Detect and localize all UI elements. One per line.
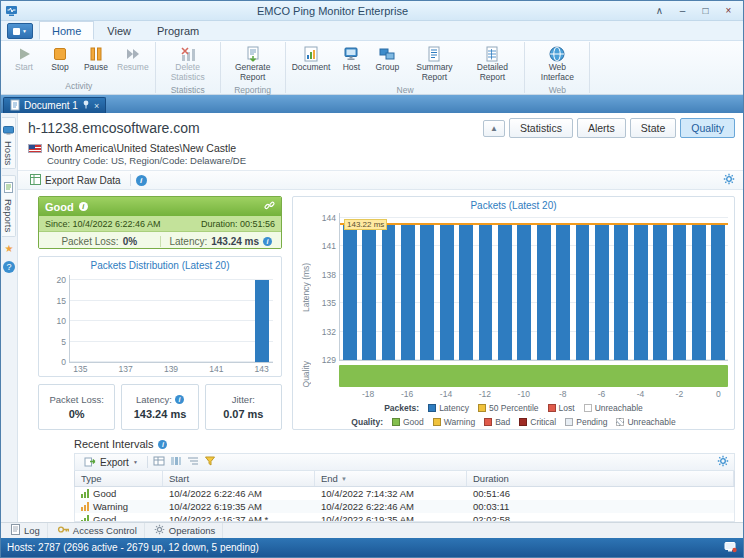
filter-icon[interactable] [204,455,216,469]
y-tick-label: 5 [44,337,66,346]
close-button[interactable]: × [718,3,739,18]
legend-swatch [616,418,624,426]
interval-duration-cell: 00:51:46 [467,488,734,499]
legend-item: Unreachable [616,417,675,427]
tab-view[interactable]: View [94,21,144,40]
quality-band [339,365,728,387]
legend-swatch [519,418,527,426]
pin-icon[interactable] [82,100,90,111]
favorites-star-icon[interactable]: ★ [5,243,14,255]
group-by-icon[interactable] [187,455,199,469]
tab-log[interactable]: Log [4,523,48,538]
legend-label: Unreachable [595,403,643,413]
toolbar-separator [130,174,131,186]
ribbon-collapse-icon[interactable]: ∧ [649,3,670,18]
connection-status-icon[interactable] [724,541,737,555]
summary-report-button[interactable]: Summary Report [405,43,463,84]
minimize-button[interactable]: – [672,3,693,18]
new-host-button[interactable]: Host [333,43,369,74]
gridline [70,300,273,301]
good-state-icon [81,489,89,498]
ribbon-group-reporting: Generate Report Reporting [221,42,286,93]
latency-bar [362,225,376,360]
maximize-button[interactable]: □ [695,3,716,18]
legend-item: Latency [428,403,469,413]
gear-icon[interactable] [723,171,735,189]
x-tick-label: -2 [676,389,684,399]
column-header-start[interactable]: Start [163,471,315,486]
column-header-duration[interactable]: Duration [467,471,734,486]
tab-close-icon[interactable]: × [94,101,99,111]
sidebar-tab-reports[interactable]: Reports [2,175,16,236]
app-window: EMCO Ping Monitor Enterprise ∧ – □ × ▼ H… [0,0,744,558]
state-summary-panel: Good i Since: 10/4/2022 6:22:46 AM Durat… [38,196,282,249]
host-document: h-11238.emcosoftware.com ▲ Statistics Al… [18,113,743,522]
column-header-type[interactable]: Type [75,471,163,486]
dropdown-icon: ▼ [133,459,138,465]
legend-item: Critical [519,417,556,427]
new-group-button[interactable]: Group [369,43,405,74]
start-button[interactable]: Start [6,43,42,74]
host-location: North America\United States\New Castle C… [18,140,743,171]
quality-button[interactable]: Quality [680,118,735,138]
host-icon [342,44,360,63]
info-icon[interactable]: i [136,175,147,186]
x-tick-label: -16 [401,389,413,399]
latency-bar [401,225,415,360]
legend-item: 50 Percentile [478,403,539,413]
state-button[interactable]: State [630,118,677,138]
column-header-end[interactable]: End▼ [315,471,467,486]
location-detail: Country Code: US, Region/Code: Delaware/… [47,154,733,166]
app-menu-button[interactable]: ▼ [7,23,33,39]
help-icon[interactable]: ? [3,261,15,273]
ribbon-group-web: Web Interface Web [525,42,590,93]
web-interface-button[interactable]: Web Interface [528,43,586,84]
x-tick-label: 137 [119,364,133,374]
gear-icon[interactable] [717,455,729,469]
y-tick-label: 138 [314,270,336,279]
dropdown-icon: ▼ [22,29,27,34]
statistics-button[interactable]: Statistics [509,118,573,138]
info-icon[interactable]: i [263,237,272,246]
info-icon[interactable]: i [158,440,167,449]
legend-label: Pending [576,417,607,427]
table-row[interactable]: Good10/4/2022 6:22:46 AM10/4/2022 7:14:3… [75,487,734,500]
packets-distribution-chart: Packets Distribution (Latest 20) 0510152… [38,256,282,377]
stop-button[interactable]: Stop [42,43,78,74]
tab-program[interactable]: Program [144,21,212,40]
new-document-button[interactable]: Document [289,43,334,74]
document-tab-label: Document 1 [24,100,78,111]
tab-home[interactable]: Home [39,21,94,40]
interval-end-cell: 10/4/2022 7:14:32 AM [315,488,467,499]
export-raw-data-button[interactable]: Export Raw Data [26,173,125,188]
stop-icon [51,44,69,63]
info-icon[interactable]: i [79,202,88,211]
tab-access-control[interactable]: Access Control [50,523,145,538]
table-row[interactable]: Warning10/4/2022 6:19:35 AM10/4/2022 6:2… [75,500,734,513]
x-tick-label: 0 [716,389,721,399]
sidebar-tab-label: Reports [3,199,14,232]
gridline [340,274,728,275]
link-icon[interactable] [264,200,275,213]
columns-icon[interactable] [170,455,182,469]
generate-report-button[interactable]: Generate Report [224,43,282,84]
gridline [70,341,273,342]
export-button[interactable]: Export ▼ [80,454,142,470]
detailed-report-button[interactable]: Detailed Report [463,43,521,84]
collapse-panel-button[interactable]: ▲ [483,120,505,137]
resume-button[interactable]: Resume [114,43,152,74]
table-row[interactable]: Good10/4/2022 4:16:37 AM *10/4/2022 6:19… [75,513,734,522]
delete-statistics-button[interactable]: Delete Statistics [159,43,217,84]
tab-operations[interactable]: Operations [147,523,223,538]
alerts-button[interactable]: Alerts [577,118,626,138]
operations-gear-icon [154,524,165,537]
interval-type-cell: Good [75,514,163,522]
grid-view-icon[interactable] [153,455,165,469]
x-tick-label: -8 [559,389,567,399]
document-tab[interactable]: Document 1 × [3,97,106,113]
pause-button[interactable]: Pause [78,43,114,74]
info-icon[interactable]: i [175,395,184,404]
sidebar-tab-hosts[interactable]: Hosts [2,117,16,169]
interval-start-cell: 10/4/2022 6:22:46 AM [163,488,315,499]
y-tick-label: 129 [314,356,336,365]
